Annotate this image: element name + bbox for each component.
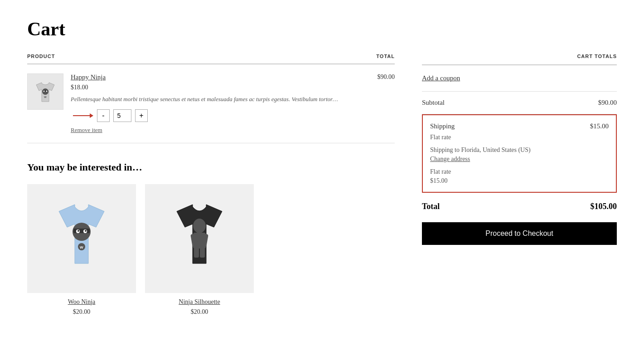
quantity-arrow (71, 111, 93, 120)
list-item: W Woo Ninja $20.00 (27, 184, 136, 316)
related-section-title: You may be interested in… (27, 161, 395, 173)
quantity-area: - + (71, 109, 374, 122)
svg-point-12 (85, 230, 87, 232)
total-column-header: TOTAL (374, 54, 395, 64)
table-row: W Happy Ninja $18.00 Pellentesque habita… (27, 64, 395, 143)
shipping-label: Shipping (430, 122, 455, 130)
shipping-value: $15.00 (590, 122, 609, 130)
subtotal-row: Subtotal $90.00 (422, 92, 617, 114)
subtotal-value: $90.00 (598, 99, 617, 107)
flat-rate-label: Flat rate (430, 168, 609, 176)
product-price: $18.00 (71, 84, 374, 91)
related-product-name-1[interactable]: Woo Ninja (27, 298, 136, 306)
svg-text:W: W (44, 96, 47, 98)
cart-main: PRODUCT TOTAL (27, 54, 395, 316)
total-label: Total (422, 202, 440, 211)
svg-rect-20 (200, 248, 205, 258)
svg-point-3 (46, 91, 48, 92)
related-product-image-2 (145, 184, 254, 293)
cart-table: PRODUCT TOTAL (27, 54, 395, 143)
svg-text:W: W (80, 245, 83, 249)
list-item: Ninja Silhouette $20.00 (145, 184, 254, 316)
total-row: Total $105.00 (422, 193, 617, 220)
total-value: $105.00 (591, 202, 617, 211)
product-description: Pellentesque habitant morbi tristique se… (71, 95, 374, 104)
svg-marker-6 (90, 113, 93, 118)
product-column-header: PRODUCT (27, 54, 374, 64)
svg-rect-19 (194, 248, 199, 258)
svg-point-11 (77, 230, 79, 232)
remove-item-button[interactable]: Remove item (71, 127, 102, 134)
quantity-decrease-button[interactable]: - (97, 109, 110, 122)
change-address-link[interactable]: Change address (430, 156, 609, 163)
item-total: $90.00 (374, 64, 395, 143)
quantity-input[interactable] (113, 109, 131, 122)
flat-rate-price: $15.00 (430, 177, 609, 185)
product-thumbnail: W (27, 73, 63, 110)
related-section: You may be interested in… (27, 161, 395, 316)
subtotal-label: Subtotal (422, 99, 445, 107)
cart-totals-title: CART TOTALS (422, 54, 617, 65)
product-info: Happy Ninja $18.00 Pellentesque habitant… (71, 73, 374, 134)
shipping-method: Flat rate (430, 134, 609, 141)
svg-point-2 (44, 91, 45, 92)
svg-point-15 (193, 219, 206, 233)
related-product-image-1: W (27, 184, 136, 293)
quantity-increase-button[interactable]: + (135, 109, 148, 122)
related-product-price-2: $20.00 (145, 308, 254, 316)
page-title: Cart (27, 18, 617, 40)
related-product-price-1: $20.00 (27, 308, 136, 316)
shipping-address: Shipping to Florida, United States (US) (430, 146, 609, 154)
cart-sidebar: CART TOTALS Add a coupon Subtotal $90.00… (422, 54, 617, 316)
shipping-box: Shipping $15.00 Flat rate Shipping to Fl… (422, 114, 617, 193)
product-name-link[interactable]: Happy Ninja (71, 73, 374, 81)
svg-rect-8 (73, 229, 90, 233)
related-products-grid: W Woo Ninja $20.00 (27, 184, 395, 316)
add-coupon-link[interactable]: Add a coupon (422, 65, 617, 92)
proceed-to-checkout-button[interactable]: Proceed to Checkout (422, 222, 617, 245)
related-product-name-2[interactable]: Ninja Silhouette (145, 298, 254, 306)
